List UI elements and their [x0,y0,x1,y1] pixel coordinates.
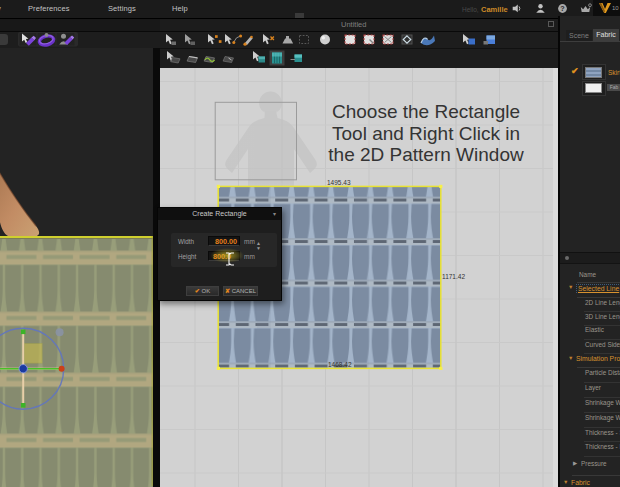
svg-text:1495.43: 1495.43 [327,179,351,186]
svg-text:?: ? [560,4,564,13]
svg-text:1468.42: 1468.42 [328,361,352,368]
svg-text:1171.42: 1171.42 [442,273,465,280]
